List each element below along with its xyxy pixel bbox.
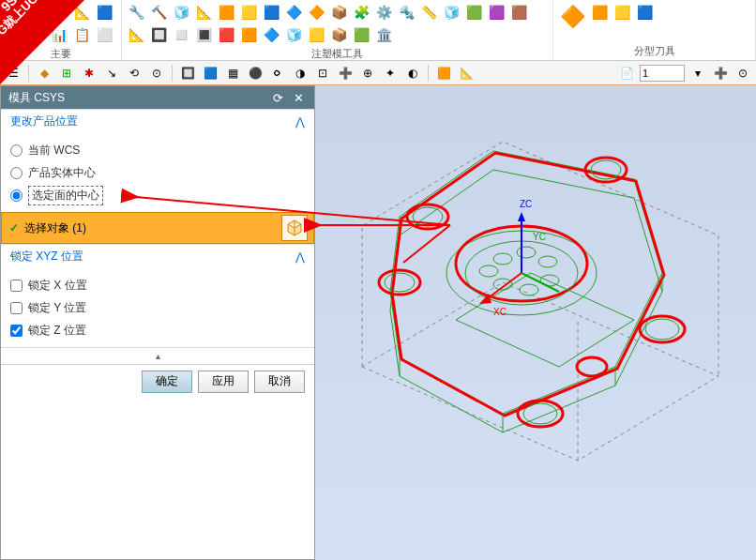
axis-y-label: YC: [533, 232, 546, 242]
toolbar-btn[interactable]: ◆: [35, 64, 53, 83]
ribbon-icon[interactable]: 🔶: [26, 24, 47, 45]
ribbon-icon[interactable]: 📦: [328, 2, 349, 23]
toolbar-btn[interactable]: ✦: [381, 64, 400, 83]
ribbon-icon[interactable]: ⬜: [94, 24, 114, 45]
ribbon-icon[interactable]: 🔷: [283, 2, 304, 23]
ribbon-icon[interactable]: 🟨: [612, 2, 632, 23]
ribbon-icon[interactable]: ◻️: [171, 24, 191, 45]
toolbar-btn[interactable]: ⊡: [313, 64, 332, 83]
ribbon-icon[interactable]: 🟥: [216, 24, 236, 45]
ribbon-icon[interactable]: 🟨: [238, 2, 259, 23]
cube-icon[interactable]: [281, 215, 308, 241]
check-lock-z[interactable]: 锁定 Z 位置: [10, 319, 305, 341]
toolbar-dropdown-icon[interactable]: ▾: [688, 64, 707, 83]
toolbar-btn[interactable]: 📄: [617, 64, 636, 83]
ribbon-icon[interactable]: 🟪: [486, 2, 507, 23]
collapse-bar[interactable]: ▴: [1, 347, 314, 364]
ribbon-icon[interactable]: 📏: [418, 2, 439, 23]
svg-point-12: [585, 158, 627, 182]
toolbar-number-input[interactable]: [640, 65, 685, 82]
ribbon-icon[interactable]: 🔶: [306, 2, 326, 23]
ribbon-icon[interactable]: 🟩: [463, 2, 484, 23]
toolbar-btn[interactable]: ⊕: [358, 64, 377, 83]
ribbon-icon[interactable]: 🔷: [49, 2, 69, 23]
section-header-lock[interactable]: 锁定 XYZ 位置 ⋀: [1, 244, 314, 268]
svg-point-20: [385, 273, 415, 292]
ribbon-icon[interactable]: 📊: [49, 24, 69, 45]
radio-face-center[interactable]: 选定面的中心: [10, 184, 305, 206]
check-lock-x[interactable]: 锁定 X 位置: [10, 274, 305, 296]
ribbon-section-label: 分型刀具: [557, 42, 751, 58]
toolbar-btn[interactable]: ⊙: [147, 64, 166, 83]
toolbar-btn[interactable]: ⟲: [125, 64, 144, 83]
ribbon-icon[interactable]: 🟧: [238, 24, 259, 45]
ribbon-icon[interactable]: 🏛️: [373, 24, 394, 45]
toolbar-btn[interactable]: ▦: [223, 64, 242, 83]
ribbon-icon[interactable]: 🧩: [351, 2, 371, 23]
ribbon-icon[interactable]: 📋: [71, 24, 92, 45]
model-rendering: ZC XC YC: [315, 85, 756, 560]
toolbar-btn[interactable]: ◑: [291, 64, 310, 83]
ribbon-icon[interactable]: 🧊: [171, 2, 191, 23]
cancel-button[interactable]: 取消: [254, 371, 305, 393]
section-header-position[interactable]: 更改产品位置 ⋀: [1, 109, 314, 133]
ribbon-icon[interactable]: 🔲: [148, 24, 169, 45]
svg-marker-22: [518, 212, 525, 221]
toolbar-btn[interactable]: 🔲: [178, 64, 197, 83]
check-icon: ✓: [9, 221, 19, 235]
ribbon-icon[interactable]: 📐: [126, 24, 146, 45]
toolbar-btn[interactable]: ⚫: [246, 64, 265, 83]
toolbar-menu-icon[interactable]: ☰: [4, 64, 23, 83]
ribbon-icon[interactable]: 📦: [4, 2, 24, 23]
ribbon-icon[interactable]: 🔧: [126, 2, 146, 23]
ribbon-icon[interactable]: 📐: [71, 2, 92, 23]
ribbon-icon[interactable]: 🟩: [351, 24, 371, 45]
toolbar-btn[interactable]: ⭘: [268, 64, 287, 83]
toolbar-btn[interactable]: ↘: [102, 64, 121, 83]
close-icon[interactable]: ✕: [290, 89, 307, 106]
apply-button[interactable]: 应用: [198, 371, 249, 393]
toolbar-btn[interactable]: ⊙: [733, 64, 752, 83]
toolbar-btn[interactable]: 🟦: [201, 64, 219, 83]
ribbon-icon[interactable]: 🔩: [396, 2, 416, 23]
ribbon-icon[interactable]: 🟦: [634, 2, 655, 23]
ribbon-icon[interactable]: 🟦: [261, 2, 281, 23]
ribbon-icon[interactable]: 🟫: [508, 2, 529, 23]
toolbar-btn[interactable]: ⊞: [57, 64, 76, 83]
ok-button[interactable]: 确定: [142, 371, 192, 393]
dialog-titlebar[interactable]: 模具 CSYS ⟳ ✕: [1, 86, 314, 109]
toolbar-btn[interactable]: 📐: [457, 64, 476, 83]
ribbon-icon[interactable]: 📐: [193, 2, 214, 23]
radio-current-wcs[interactable]: 当前 WCS: [10, 139, 305, 161]
toolbar-btn[interactable]: ➕: [711, 64, 730, 83]
svg-point-15: [645, 319, 679, 340]
ribbon-icon[interactable]: 🟩: [4, 24, 24, 45]
section-title: 锁定 XYZ 位置: [10, 249, 83, 265]
svg-point-19: [379, 270, 420, 295]
check-lock-y[interactable]: 锁定 Y 位置: [10, 296, 305, 319]
ribbon-icon[interactable]: 🔷: [261, 24, 281, 45]
select-object-row[interactable]: ✓ 选择对象 (1): [1, 212, 314, 244]
ribbon-section-label: 主要: [4, 45, 117, 61]
ribbon-icon[interactable]: 🟧: [216, 2, 236, 23]
toolbar-btn[interactable]: ◐: [403, 64, 422, 83]
3d-viewport[interactable]: ZC XC YC: [315, 85, 756, 560]
ribbon-icon[interactable]: 🟦: [94, 2, 114, 23]
ribbon-icon[interactable]: 🟧: [589, 2, 610, 23]
toolbar-btn[interactable]: ✱: [80, 64, 98, 83]
ribbon-icon[interactable]: 🧊: [26, 2, 47, 23]
ribbon-icon[interactable]: 🟨: [306, 24, 326, 45]
toolbar-btn[interactable]: 🟧: [434, 64, 453, 83]
svg-point-7: [520, 284, 538, 295]
toolbar-btn[interactable]: ➕: [336, 64, 355, 83]
ribbon-icon[interactable]: 🔶: [557, 2, 587, 32]
ribbon-icon[interactable]: 🧊: [441, 2, 461, 23]
radio-body-center[interactable]: 产品实体中心: [10, 161, 305, 184]
ribbon-icon[interactable]: 📦: [328, 24, 349, 45]
ribbon-icon[interactable]: 🔳: [193, 24, 214, 45]
ribbon-icon[interactable]: ⚙️: [373, 2, 394, 23]
reset-icon[interactable]: ⟳: [269, 89, 286, 106]
ribbon-icon[interactable]: 🧊: [283, 24, 304, 45]
dialog-panel: 模具 CSYS ⟳ ✕ 更改产品位置 ⋀ 当前 WCS 产品实体中心 选定面的中…: [0, 85, 315, 560]
ribbon-icon[interactable]: 🔨: [148, 2, 169, 23]
